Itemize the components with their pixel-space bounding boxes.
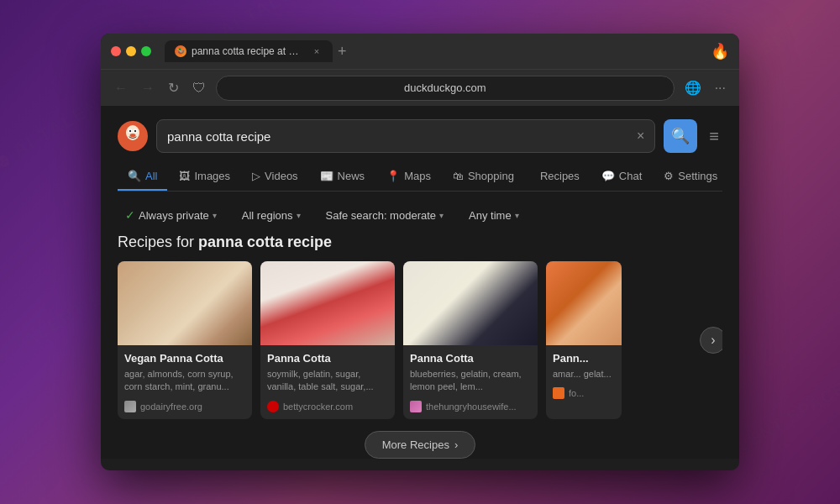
source-favicon-card2 <box>267 401 279 412</box>
filters-bar: ✓ Always private ▾ All regions ▾ Safe se… <box>118 200 722 234</box>
search-tab-videos[interactable]: ▷ Videos <box>242 163 308 191</box>
search-tab-icon-all: 🔍 <box>128 170 141 182</box>
svg-point-5 <box>134 130 136 132</box>
time-label: Any time <box>469 209 512 222</box>
recipe-card-source: thehungryhousewife... <box>410 401 531 412</box>
recipe-card-title: Panna Cotta <box>410 352 531 365</box>
time-chevron: ▾ <box>515 211 519 220</box>
fire-icon[interactable]: 🔥 <box>711 42 729 60</box>
recipe-cards-wrapper: Vegan Panna Cotta agar, almonds, corn sy… <box>118 261 722 419</box>
address-text: duckduckgo.com <box>404 81 486 94</box>
search-input-container[interactable]: × <box>156 119 655 153</box>
nav-right-icons: 🌐 ··· <box>681 76 729 99</box>
recipes-header-query: panna cotta recipe <box>198 234 332 250</box>
recipes-header-prefix: Recipes for <box>118 234 198 250</box>
search-tab-shopping[interactable]: 🛍 Shopping <box>443 163 524 191</box>
more-recipes-label: More Recipes <box>382 438 449 451</box>
search-submit-button[interactable]: 🔍 <box>664 119 697 153</box>
recipe-card-img-card4 <box>546 261 622 345</box>
recipe-card-source: bettycrocker.com <box>267 401 388 412</box>
regions-filter[interactable]: All regions ▾ <box>234 206 308 225</box>
search-tab-label-news: News <box>338 170 365 182</box>
search-icon: 🔍 <box>671 127 690 145</box>
recipe-card-img-card3 <box>403 261 538 345</box>
search-input[interactable] <box>167 129 630 144</box>
recipe-card-desc: amar... gelat... <box>553 368 615 381</box>
search-tab-label-videos: Videos <box>265 170 298 182</box>
search-tab-label-maps: Maps <box>404 170 431 182</box>
search-tab-settings[interactable]: ⚙ Settings <box>654 163 727 191</box>
nav-bar: ← → ↻ 🛡 duckduckgo.com 🌐 ··· <box>101 69 739 106</box>
title-bar: 🦆 panna cotta recipe at DuckDuc... × + 🔥 <box>101 34 739 69</box>
recipes-header: Recipes for panna cotta recipe <box>118 234 722 251</box>
search-tab-icon-settings: ⚙ <box>664 170 674 182</box>
traffic-lights <box>111 46 151 56</box>
recipe-card-desc: soymilk, gelatin, sugar, vanilla, table … <box>267 368 388 394</box>
source-name-card4: fo... <box>569 388 584 398</box>
recipe-card-source: fo... <box>553 387 615 399</box>
source-name-card2: bettycrocker.com <box>283 402 353 412</box>
regions-label: All regions <box>242 209 293 222</box>
recipe-card-img-card2 <box>260 261 395 345</box>
globe-icon[interactable]: 🌐 <box>681 76 705 99</box>
search-tab-label-images: Images <box>194 170 230 182</box>
menu-button[interactable]: ≡ <box>706 123 722 150</box>
new-tab-button[interactable]: + <box>333 44 352 59</box>
recipe-card-img-card1 <box>118 261 252 345</box>
search-tab-recipes[interactable]: Recipes <box>526 163 590 191</box>
search-area: × 🔍 ≡ 🔍 All 🖼 Images ▷ Videos 📰 News 📍 M… <box>101 106 739 192</box>
active-tab[interactable]: 🦆 panna cotta recipe at DuckDuc... × <box>165 40 333 62</box>
recipe-card-card1[interactable]: Vegan Panna Cotta agar, almonds, corn sy… <box>118 261 252 419</box>
recipe-card-card2[interactable]: Panna Cotta soymilk, gelatin, sugar, van… <box>260 261 395 419</box>
privacy-shield-icon: 🛡 <box>189 77 209 99</box>
privacy-chevron: ▾ <box>213 211 217 220</box>
search-tab-label-shopping: Shopping <box>468 170 514 182</box>
svg-point-4 <box>129 130 131 132</box>
address-bar[interactable]: duckduckgo.com <box>216 76 675 101</box>
safe-search-filter[interactable]: Safe search: moderate ▾ <box>318 206 452 225</box>
source-favicon-card3 <box>410 401 422 412</box>
search-tab-icon-shopping: 🛍 <box>453 170 464 182</box>
refresh-button[interactable]: ↻ <box>165 76 182 99</box>
source-name-card1: godairyfree.org <box>140 402 202 412</box>
maximize-window-button[interactable] <box>141 46 151 56</box>
source-favicon-card1 <box>124 401 136 412</box>
minimize-window-button[interactable] <box>126 46 136 56</box>
privacy-filter[interactable]: ✓ Always private ▾ <box>118 205 224 225</box>
source-favicon-card4 <box>553 387 564 399</box>
recipe-card-source: godairyfree.org <box>124 401 245 412</box>
scroll-next-button[interactable]: › <box>700 327 722 354</box>
tab-close-button[interactable]: × <box>311 45 323 57</box>
ddg-logo <box>118 121 148 151</box>
recipe-card-title: Vegan Panna Cotta <box>124 352 245 365</box>
search-tab-maps[interactable]: 📍 Maps <box>376 163 441 191</box>
recipe-card-title: Pann... <box>553 352 615 365</box>
more-recipes-row: More Recipes › <box>118 431 722 459</box>
more-recipes-button[interactable]: More Recipes › <box>365 431 476 459</box>
search-clear-button[interactable]: × <box>637 129 644 144</box>
recipe-card-card4[interactable]: Pann... amar... gelat... fo... <box>546 261 622 419</box>
search-tab-icon-chat: 💬 <box>601 170 615 182</box>
tab-favicon: 🦆 <box>175 45 186 57</box>
forward-button[interactable]: → <box>138 77 158 99</box>
search-tab-label-settings: Settings <box>678 170 717 182</box>
content-area: ✓ Always private ▾ All regions ▾ Safe se… <box>101 192 739 459</box>
back-button[interactable]: ← <box>111 77 131 99</box>
recipe-card-card3[interactable]: Panna Cotta blueberries, gelatin, cream,… <box>403 261 538 419</box>
safe-search-label: Safe search: moderate <box>326 209 437 222</box>
search-tab-images[interactable]: 🖼 Images <box>169 163 240 191</box>
recipe-card-desc: blueberries, gelatin, cream, lemon peel,… <box>410 368 531 394</box>
more-options-button[interactable]: ··· <box>711 77 729 99</box>
close-window-button[interactable] <box>111 46 121 56</box>
regions-chevron: ▾ <box>297 211 301 220</box>
search-tab-label-chat: Chat <box>619 170 642 182</box>
recipe-card-desc: agar, almonds, corn syrup, corn starch, … <box>124 368 245 394</box>
search-tab-all[interactable]: 🔍 All <box>118 163 167 191</box>
search-tab-news[interactable]: 📰 News <box>310 163 375 191</box>
time-filter[interactable]: Any time ▾ <box>461 206 527 225</box>
recipe-cards: Vegan Panna Cotta agar, almonds, corn sy… <box>118 261 722 419</box>
search-tab-chat[interactable]: 💬 Chat <box>591 163 652 191</box>
tabs-area: 🦆 panna cotta recipe at DuckDuc... × + <box>165 40 704 62</box>
tab-title: panna cotta recipe at DuckDuc... <box>192 45 306 57</box>
privacy-check-icon: ✓ <box>125 208 135 222</box>
